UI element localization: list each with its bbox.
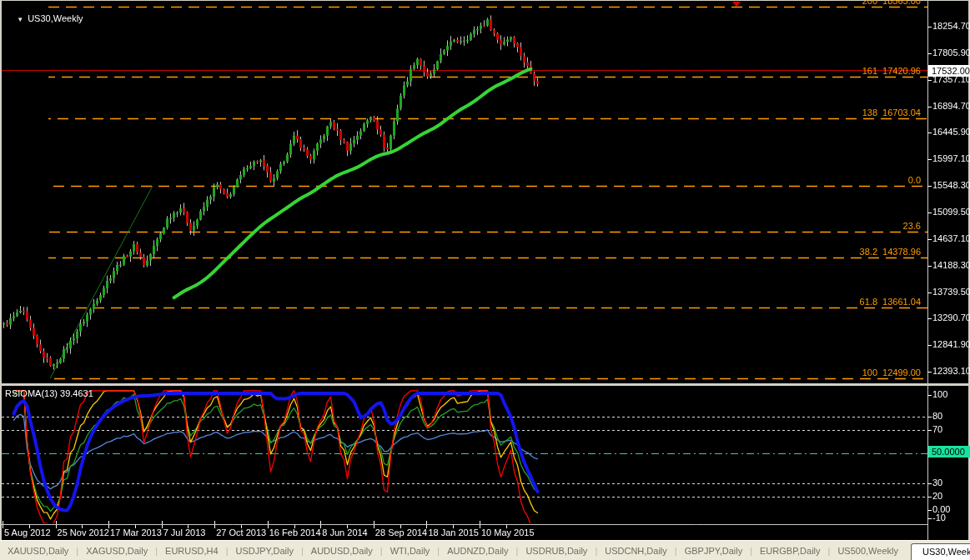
price-axis-tick-label: 13290.70 xyxy=(932,312,970,323)
chart-tab[interactable]: GBPJPY,Daily xyxy=(677,546,751,556)
time-axis-label: 7 Jul 2013 xyxy=(163,528,206,538)
chart-dropdown-icon: ▼ xyxy=(17,16,23,23)
time-axis-label: 17 Mar 2013 xyxy=(110,528,162,538)
chart-tab[interactable]: AUDNZD,Daily xyxy=(440,546,515,556)
price-axis-tick-label: 14188.30 xyxy=(932,260,970,271)
chart-tab[interactable]: XAGUSD,Daily xyxy=(78,546,155,556)
price-axis-tick-label: 15548.30 xyxy=(932,180,970,191)
fib-level-label: 61.8 13661.04 xyxy=(860,297,921,307)
indicator-axis-tick-label: 100 xyxy=(932,389,947,400)
price-axis-tick-label: 18254.70 xyxy=(932,21,970,32)
time-axis-label: 27 Oct 2013 xyxy=(216,528,266,538)
indicator-axis-tick-label: 30 xyxy=(932,478,942,488)
time-axis-label: 28 Sep 2014 xyxy=(375,528,427,538)
chart-tab[interactable]: EURUSD,H4 xyxy=(158,546,226,556)
fib-level-label: 23.6 xyxy=(903,221,921,231)
price-axis-tick-label: 15997.10 xyxy=(932,153,970,164)
fib-level-label: 38.2 14378.96 xyxy=(860,247,921,257)
chart-tab[interactable]: USDRUB,Daily xyxy=(518,546,595,556)
time-axis-label: 10 May 2015 xyxy=(481,528,535,538)
price-axis-tick-label: 12841.90 xyxy=(932,339,970,350)
fib-level-label: 0.0 xyxy=(908,175,921,185)
chart-tab-active[interactable]: US30,Weekly xyxy=(911,543,970,560)
price-chart-canvas[interactable] xyxy=(0,0,970,560)
fib-level-label: 100 12499.00 xyxy=(862,368,921,378)
price-axis-tick-label: 13739.50 xyxy=(932,287,970,298)
price-axis-tick-label: 12393.10 xyxy=(932,366,970,377)
indicator-axis-tick-label: -10 xyxy=(932,512,946,523)
sell-arrow-icon xyxy=(732,2,741,7)
chart-tabs: XAUUSD,Daily|XAGUSD,Daily|EURUSD,H4|USDJ… xyxy=(0,541,970,560)
chart-tab-bar: XAUUSD,Daily|XAGUSD,Daily|EURUSD,H4|USDJ… xyxy=(0,540,970,560)
fib-level-label: 138 16703.04 xyxy=(862,108,921,118)
price-axis-tick-label: 14637.10 xyxy=(932,233,970,244)
price-axis-tick-label: 17805.90 xyxy=(932,48,970,58)
symbol-period-label[interactable]: ▼US30,Weekly xyxy=(7,3,83,33)
chart-tab[interactable]: XAUUSD,Daily xyxy=(0,546,76,556)
time-axis-label: 8 Jun 2014 xyxy=(322,528,367,538)
indicator-axis-tick-label: 70 xyxy=(932,424,942,435)
time-axis-label: 5 Aug 2012 xyxy=(4,528,51,538)
fib-level-label: 200 18565.00 xyxy=(862,0,921,6)
chart-tab[interactable]: US500,Weekly xyxy=(830,546,906,556)
price-axis-tick-label: 16445.90 xyxy=(932,127,970,138)
time-axis-label: 16 Feb 2014 xyxy=(269,528,321,538)
chart-tab[interactable]: EURGBP,Daily xyxy=(752,546,828,556)
indicator-axis-tick-label: 80 xyxy=(932,411,942,422)
time-axis-label: 18 Jan 2015 xyxy=(428,528,479,538)
indicator-axis-tick-label: 20 xyxy=(932,491,942,502)
current-price-badge: 17532.00 xyxy=(928,65,970,77)
price-axis-tick-label: 15099.50 xyxy=(932,207,970,218)
chart-tab[interactable]: AUDUSD,Daily xyxy=(304,546,380,556)
time-axis-label: 25 Nov 2012 xyxy=(58,528,109,538)
price-axis-tick-label: 16894.70 xyxy=(932,101,970,112)
chart-window: ▼US30,Weekly RSIOMA(13) 39.4631 200 1856… xyxy=(0,0,970,560)
chart-tab[interactable]: WTI,Daily xyxy=(383,546,438,556)
fib-level-label: 161 17420.96 xyxy=(862,66,921,76)
chart-tab[interactable]: USDCNH,Daily xyxy=(597,546,675,556)
indicator-value-badge: 50.0000 xyxy=(928,446,970,458)
chart-tab[interactable]: USDJPY,Daily xyxy=(228,546,301,556)
indicator-name-value-label: RSIOMA(13) 39.4631 xyxy=(5,388,93,398)
symbol-text: US30,Weekly xyxy=(28,13,83,23)
